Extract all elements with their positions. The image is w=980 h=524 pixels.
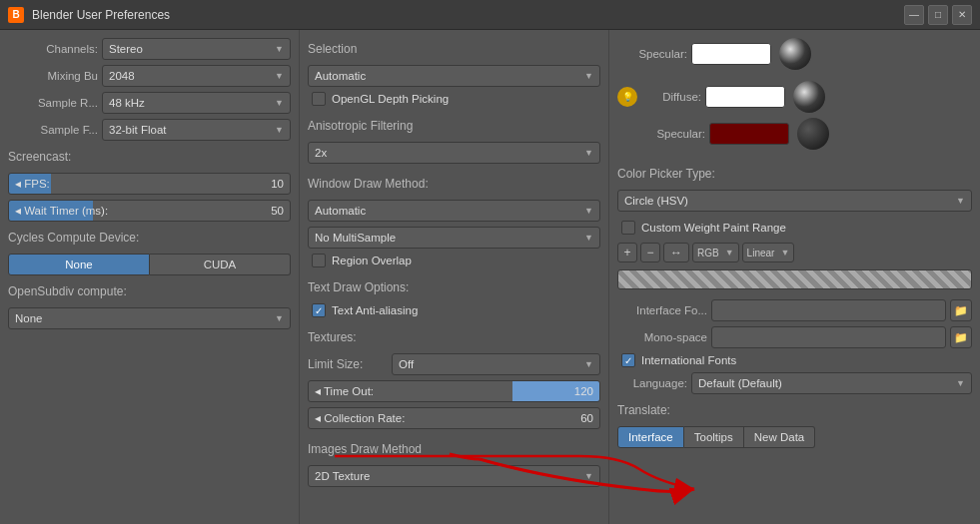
language-label: Language: — [617, 377, 687, 389]
2d-texture-row: 2D Texture ▼ — [308, 465, 600, 487]
linear-dropdown[interactable]: Linear ▼ — [742, 243, 795, 262]
international-fonts-checkbox[interactable]: ✓ — [621, 353, 635, 367]
monospace-font-save-button[interactable]: 📁 — [950, 326, 972, 348]
wait-timer-slider[interactable]: ◂ Wait Timer (ms): 50 — [8, 200, 291, 222]
wait-timer-row: ◂ Wait Timer (ms): 50 — [8, 200, 291, 222]
opengl-label: OpenGL Depth Picking — [332, 93, 449, 105]
no-multisample-row: No MultiSample ▼ — [308, 227, 600, 249]
maximize-button[interactable]: □ — [928, 5, 948, 25]
chevron-down-icon: ▼ — [584, 71, 593, 81]
chevron-down-icon: ▼ — [584, 359, 593, 369]
chevron-down-icon: ▼ — [275, 313, 284, 323]
minus-button[interactable]: − — [640, 243, 660, 262]
monospace-label: Mono-space — [617, 331, 707, 343]
images-draw-label: Images Draw Method — [308, 442, 422, 456]
region-overlap-checkbox[interactable] — [312, 254, 326, 267]
screencast-label: Screencast: — [8, 150, 71, 164]
cycles-buttons-row: None CUDA — [8, 254, 291, 275]
interface-button[interactable]: Interface — [617, 426, 684, 448]
no-multisample-dropdown[interactable]: No MultiSample ▼ — [308, 227, 600, 249]
time-out-slider[interactable]: ◂ Time Out: 120 — [308, 380, 600, 402]
anisotropic-label-row: Anisotropic Filtering — [308, 115, 600, 137]
cuda-button[interactable]: CUDA — [150, 254, 291, 275]
sample-r-row: Sample R... 48 kHz ▼ — [8, 92, 291, 114]
limit-size-dropdown[interactable]: Off ▼ — [392, 353, 600, 375]
minimize-button[interactable]: — — [904, 5, 924, 25]
color-picker-type-label: Color Picker Type: — [617, 167, 715, 181]
arrows-button[interactable]: ↔ — [663, 243, 689, 262]
selection-label: Selection — [308, 42, 357, 56]
text-draw-label: Text Draw Options: — [308, 280, 409, 294]
new-data-button[interactable]: New Data — [744, 426, 816, 448]
none-button[interactable]: None — [8, 254, 150, 275]
fps-slider[interactable]: ◂ FPS: 10 — [8, 173, 291, 195]
monospace-row: Mono-space 📁 — [617, 326, 972, 348]
language-dropdown[interactable]: Default (Default) ▼ — [691, 372, 972, 394]
color-picker-dropdown-row: Circle (HSV) ▼ — [617, 190, 972, 212]
title-bar: B Blender User Preferences — □ ✕ — [0, 0, 980, 30]
specular1-swatch[interactable] — [691, 43, 771, 65]
color-controls-row: + − ↔ RGB ▼ Linear ▼ — [617, 242, 972, 263]
screencast-row: Screencast: — [8, 146, 291, 168]
rgb-dropdown[interactable]: RGB ▼ — [692, 243, 739, 262]
cycles-label: Cycles Compute Device: — [8, 231, 139, 245]
text-draw-label-row: Text Draw Options: — [308, 276, 600, 298]
specular2-swatch[interactable] — [709, 123, 789, 145]
chevron-down-icon: ▼ — [275, 44, 284, 54]
sample-r-label: Sample R... — [8, 97, 98, 109]
color-gradient-bar[interactable] — [617, 269, 972, 289]
2d-texture-dropdown[interactable]: 2D Texture ▼ — [308, 465, 600, 487]
chevron-down-icon: ▼ — [275, 125, 284, 135]
translate-btn-group: Interface Tooltips New Data — [617, 426, 815, 448]
anisotropic-dropdown-row: 2x ▼ — [308, 142, 600, 164]
window-controls: — □ ✕ — [904, 5, 972, 25]
chevron-down-icon: ▼ — [584, 148, 593, 158]
text-antialiasing-checkbox[interactable]: ✓ — [312, 303, 326, 317]
tooltips-button[interactable]: Tooltips — [684, 426, 744, 448]
opensubdiv-dropdown[interactable]: None ▼ — [8, 307, 291, 329]
collection-rate-slider[interactable]: ◂ Collection Rate: 60 — [308, 407, 600, 429]
custom-weight-row: Custom Weight Paint Range — [621, 221, 972, 235]
selection-dropdown-row: Automatic ▼ — [308, 65, 600, 87]
plus-button[interactable]: + — [617, 243, 637, 262]
chevron-down-icon: ▼ — [275, 98, 284, 108]
sample-f-dropdown[interactable]: 32-bit Float ▼ — [102, 119, 291, 141]
translate-buttons-row: Interface Tooltips New Data — [617, 426, 972, 448]
opensubdiv-dropdown-row: None ▼ — [8, 307, 291, 329]
chevron-down-icon: ▼ — [275, 71, 284, 81]
limit-size-row: Limit Size: Off ▼ — [308, 353, 600, 375]
selection-label-row: Selection — [308, 38, 600, 60]
fps-row: ◂ FPS: 10 — [8, 173, 291, 195]
window-draw-label-row: Window Draw Method: — [308, 173, 600, 195]
channels-dropdown[interactable]: Stereo ▼ — [102, 38, 291, 60]
specular2-label: Specular: — [645, 128, 705, 140]
window-draw-dropdown[interactable]: Automatic ▼ — [308, 200, 600, 222]
opengl-checkbox[interactable] — [312, 92, 326, 106]
international-fonts-row: ✓ International Fonts — [621, 353, 972, 367]
mixing-bu-dropdown[interactable]: 2048 ▼ — [102, 65, 291, 87]
custom-weight-checkbox[interactable] — [621, 221, 635, 235]
interface-font-save-button[interactable]: 📁 — [950, 299, 972, 321]
chevron-down-icon: ▼ — [584, 233, 593, 243]
limit-size-label: Limit Size: — [308, 357, 388, 371]
anisotropic-dropdown[interactable]: 2x ▼ — [308, 142, 600, 164]
close-button[interactable]: ✕ — [952, 5, 972, 25]
window-title: Blender User Preferences — [32, 8, 896, 22]
anisotropic-label: Anisotropic Filtering — [308, 119, 413, 133]
diffuse-row: 💡 Diffuse: — [617, 81, 972, 113]
specular2-sphere-icon — [797, 118, 829, 150]
color-picker-dropdown[interactable]: Circle (HSV) ▼ — [617, 190, 972, 212]
diffuse-swatch[interactable] — [705, 86, 785, 108]
diffuse-label: Diffuse: — [641, 91, 701, 103]
selection-dropdown[interactable]: Automatic ▼ — [308, 65, 600, 87]
monospace-font-preview[interactable] — [711, 326, 946, 348]
international-fonts-label: International Fonts — [641, 354, 736, 366]
mixing-bu-row: Mixing Bu 2048 ▼ — [8, 65, 291, 87]
interface-font-preview[interactable] — [711, 299, 946, 321]
translate-label-row: Translate: — [617, 399, 972, 421]
column-1: Channels: Stereo ▼ Mixing Bu 2048 ▼ Samp… — [0, 30, 300, 524]
column-3: Specular: 💡 Diffuse: Specular: Color Pic… — [609, 30, 980, 524]
sample-r-dropdown[interactable]: 48 kHz ▼ — [102, 92, 291, 114]
text-antialiasing-row: ✓ Text Anti-aliasing — [312, 303, 600, 317]
interface-font-row: Interface Fo... 📁 — [617, 299, 972, 321]
